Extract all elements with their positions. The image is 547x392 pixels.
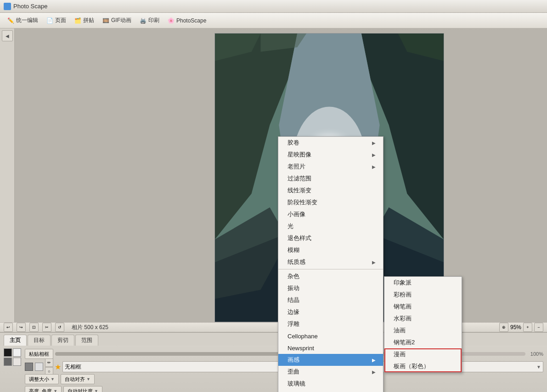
tab-target[interactable]: 目标 xyxy=(28,335,51,346)
toolbar-btn-photoscape[interactable]: 🌸 PhotoScape xyxy=(164,16,210,25)
menu-item-starmap[interactable]: 星映图像 ▶ xyxy=(278,149,383,161)
submenu-item-impressionist[interactable]: 印象派 xyxy=(384,277,462,289)
toolbar-btn-collage-label: 拼贴 xyxy=(83,17,94,24)
submenu-painterly: 印象派 彩粉画 钢笔画 水彩画 油画 钢笔画2 漫画 板画 xyxy=(384,276,462,373)
toolbar-btn-edit[interactable]: ✏️ 统一编辑 xyxy=(4,15,42,26)
crop-btn[interactable]: ✂ xyxy=(42,323,51,332)
menu-label-crystal: 结晶 xyxy=(288,296,299,304)
menu-item-noise[interactable]: 杂色 xyxy=(278,270,383,282)
submenu-label-pen: 钢笔画 xyxy=(394,302,412,311)
rotate-btn[interactable]: ↺ xyxy=(55,323,64,332)
submenu-item-watercolor[interactable]: 水彩画 xyxy=(384,313,462,325)
menu-item-oldphoto[interactable]: 老照片 ▶ xyxy=(278,161,383,173)
resize-btn[interactable]: 调整大小 ▼ xyxy=(25,374,59,384)
gif-icon: 🎞️ xyxy=(102,17,109,24)
app-title: Photo Scape xyxy=(13,3,47,10)
menu-label-painterly: 画感 xyxy=(288,356,299,364)
submenu-label-watercolor: 水彩画 xyxy=(394,314,412,323)
menu-label-glassmirror: 玻璃镜 xyxy=(288,380,305,388)
toolbar-btn-page[interactable]: 📄 页面 xyxy=(43,15,70,26)
menu-item-miniportrait[interactable]: 小画像 xyxy=(278,208,383,220)
brightness-btn[interactable]: 亮度, 色度 ▼ xyxy=(25,386,62,392)
menu-item-vibrate[interactable]: 振动 xyxy=(278,282,383,294)
menu-label-miniportrait: 小画像 xyxy=(288,210,305,218)
draw-tool-btn[interactable]: ✏ xyxy=(45,358,53,367)
frame-preview-dark xyxy=(25,363,33,371)
menu-label-emboss: 浮雕 xyxy=(288,320,299,328)
menu-item-glassmirror[interactable]: 玻璃镜 xyxy=(278,378,383,390)
panel-btn-1[interactable]: ◀ xyxy=(2,30,13,41)
menu-item-emboss[interactable]: 浮雕 xyxy=(278,318,383,330)
paste-frame-btn[interactable]: 粘贴相框 xyxy=(25,349,53,359)
menu-label-paper: 纸质感 xyxy=(288,258,305,266)
submenu-label-comic: 漫画 xyxy=(394,350,406,358)
menu-label-starmap: 星映图像 xyxy=(288,151,311,159)
swatch-black[interactable] xyxy=(4,348,12,357)
slider-percent: 100% xyxy=(527,351,543,357)
tab-cut[interactable]: 剪切 xyxy=(51,335,74,346)
zoom-reset-btn[interactable]: ⊕ xyxy=(499,323,508,332)
print-icon: 🖨️ xyxy=(140,17,147,24)
menu-item-cellophane[interactable]: Cellophane xyxy=(278,330,383,342)
menu-item-stepgradient[interactable]: 阶段性渐变 xyxy=(278,196,383,208)
swatch-white[interactable] xyxy=(13,348,21,357)
submenu-label-oilpaint: 油画 xyxy=(394,326,406,335)
menu-item-lineargradient[interactable]: 线性渐变 xyxy=(278,185,383,196)
zoom-controls: ⊕ 95% + − xyxy=(499,323,543,332)
submenu-item-pen[interactable]: 钢笔画 xyxy=(384,301,462,313)
submenu-item-pastel[interactable]: 彩粉画 xyxy=(384,289,462,301)
zoom-out-btn[interactable]: − xyxy=(534,323,543,332)
brightness-arrow-icon: ▼ xyxy=(53,389,57,392)
menu-item-crystal[interactable]: 结晶 xyxy=(278,294,383,306)
undo-btn[interactable]: ↩ xyxy=(4,323,13,332)
menu-label-stepgradient: 阶段性渐变 xyxy=(288,198,317,207)
swatch-row-1 xyxy=(4,348,21,357)
toolbar-btn-print[interactable]: 🖨️ 印刷 xyxy=(136,15,163,26)
brightness-label: 亮度, 色度 xyxy=(29,388,52,392)
bottom-toolbar: 主页 目标 剪切 范围 粘贴 xyxy=(0,332,547,392)
auto-align-btn[interactable]: 自动对齐 ▼ xyxy=(61,374,95,384)
context-menu: 胶卷 ▶ 星映图像 ▶ 老照片 ▶ 过滤范围 线性渐变 阶段性渐变 小画像 xyxy=(278,136,383,392)
auto-contrast-arrow-icon: ▼ xyxy=(94,389,98,392)
toolbar-btn-collage[interactable]: 🗂️ 拼贴 xyxy=(71,15,98,26)
title-bar: Photo Scape xyxy=(0,0,547,13)
submenu-item-pen2[interactable]: 钢笔画2 xyxy=(384,336,462,348)
zoom-in-btn[interactable]: + xyxy=(523,323,532,332)
menu-item-edge[interactable]: 边缘 xyxy=(278,306,383,318)
bottom-controls-area: 粘贴相框 100% ✏ xyxy=(0,346,547,392)
photo-size: 相片 500 x 625 xyxy=(68,324,112,331)
menu-item-filterrange[interactable]: 过滤范围 xyxy=(278,173,383,185)
menu-item-light[interactable]: 光 xyxy=(278,220,383,232)
redo-btn[interactable]: ↪ xyxy=(17,323,26,332)
menu-label-noise: 杂色 xyxy=(288,272,299,280)
tab-home[interactable]: 主页 xyxy=(4,335,27,346)
zoom-fit-btn[interactable]: ⊡ xyxy=(29,323,39,332)
swatch-pencil[interactable] xyxy=(4,358,12,366)
menu-label-light: 光 xyxy=(288,222,293,230)
bottom-tabs: 主页 目标 剪切 范围 xyxy=(0,333,547,346)
menu-item-blur[interactable]: 模糊 xyxy=(278,244,383,256)
submenu-arrow-starmap: ▶ xyxy=(372,152,376,157)
menu-item-newsprint[interactable]: Newsprint xyxy=(278,342,383,354)
toolbar-btn-page-label: 页面 xyxy=(55,17,66,24)
auto-contrast-btn[interactable]: 自动对比度 ▼ xyxy=(63,386,102,392)
auto-contrast-label: 自动对比度 xyxy=(68,388,93,392)
tab-range[interactable]: 范围 xyxy=(75,335,98,346)
toolbar-btn-gif[interactable]: 🎞️ GIF动画 xyxy=(99,15,135,26)
submenu-item-oilpaint[interactable]: 油画 xyxy=(384,325,462,336)
menu-item-makebox[interactable]: 制作盒子 ▶ xyxy=(278,390,383,392)
menu-item-fadestyle[interactable]: 退色样式 xyxy=(278,232,383,244)
star-btn[interactable]: ★ xyxy=(55,363,61,371)
swatch-row-2 xyxy=(4,358,21,366)
menu-item-distort[interactable]: 歪曲 ▶ xyxy=(278,366,383,378)
swatch-eraser[interactable] xyxy=(13,358,21,366)
menu-item-paper[interactable]: 纸质感 ▶ xyxy=(278,256,383,268)
brush-btns: ✏ ○ xyxy=(45,358,53,375)
menu-label-distort: 歪曲 xyxy=(288,368,299,376)
app-icon xyxy=(4,3,11,10)
menu-item-film[interactable]: 胶卷 ▶ xyxy=(278,137,383,149)
resize-arrow-icon: ▼ xyxy=(51,377,55,381)
menu-item-painterly[interactable]: 画感 ▶ xyxy=(278,354,383,366)
submenu-item-comic[interactable]: 漫画 xyxy=(384,348,462,360)
submenu-item-woodblock[interactable]: 板画（彩色） xyxy=(384,360,462,372)
